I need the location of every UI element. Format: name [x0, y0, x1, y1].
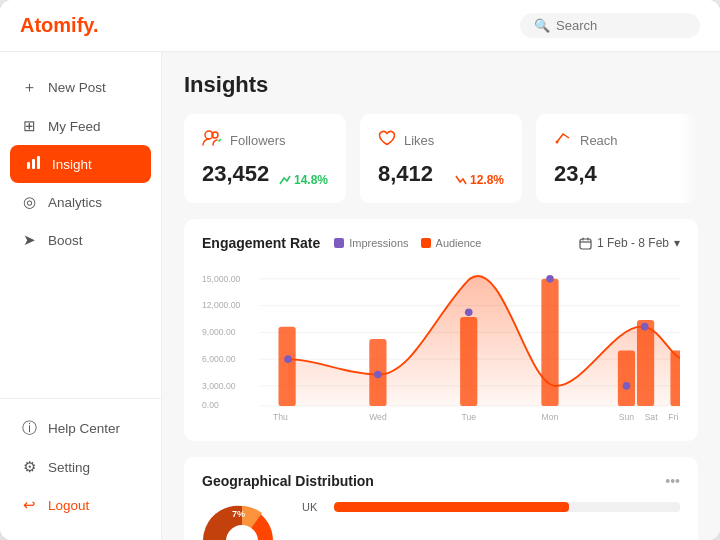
legend-dot-audience	[421, 238, 431, 248]
svg-rect-2	[37, 156, 40, 169]
geo-body: 7% 13% UK	[202, 501, 680, 540]
main-content: Insights	[162, 52, 720, 540]
sidebar-label-new-post: New Post	[48, 80, 106, 95]
new-post-icon: ＋	[20, 78, 38, 97]
chart-legend: Impressions Audience	[334, 237, 481, 249]
date-filter[interactable]: 1 Feb - 8 Feb ▾	[579, 236, 680, 250]
svg-text:3,000.00: 3,000.00	[202, 381, 236, 391]
reach-label: Reach	[580, 133, 618, 148]
page-title: Insights	[184, 72, 698, 98]
geo-more-icon[interactable]: •••	[665, 473, 680, 489]
body-layout: ＋ New Post ⊞ My Feed Insight	[0, 52, 720, 540]
sidebar-item-logout[interactable]: ↩ Logout	[0, 486, 161, 524]
svg-rect-24	[637, 320, 654, 406]
sidebar-item-help-center[interactable]: ⓘ Help Center	[0, 409, 161, 448]
reach-icon	[554, 130, 572, 151]
svg-rect-0	[27, 162, 30, 169]
svg-point-29	[546, 275, 554, 283]
svg-text:6,000.00: 6,000.00	[202, 354, 236, 364]
svg-rect-19	[278, 327, 295, 406]
followers-label: Followers	[230, 133, 286, 148]
svg-text:Sun: Sun	[619, 412, 635, 421]
svg-text:12,000.00: 12,000.00	[202, 300, 240, 310]
app-window: Atomify. 🔍 ＋ New Post ⊞ My Feed	[0, 0, 720, 540]
likes-icon	[378, 130, 396, 151]
search-bar[interactable]: 🔍	[520, 13, 700, 38]
sidebar: ＋ New Post ⊞ My Feed Insight	[0, 52, 162, 540]
bar-fill-uk	[334, 502, 569, 512]
svg-text:0.00: 0.00	[202, 400, 219, 410]
svg-point-30	[623, 382, 631, 390]
svg-text:Tue: Tue	[461, 412, 476, 421]
logo-dot: .	[93, 14, 99, 36]
stat-card-reach: Reach 23,4	[536, 114, 698, 203]
sidebar-label-logout: Logout	[48, 498, 89, 513]
svg-point-27	[374, 371, 382, 379]
sidebar-item-analytics[interactable]: ◎ Analytics	[0, 183, 161, 221]
sidebar-top: ＋ New Post ⊞ My Feed Insight	[0, 68, 161, 390]
pie-label-7: 7%	[232, 509, 245, 519]
svg-text:Wed: Wed	[369, 412, 387, 421]
help-center-icon: ⓘ	[20, 419, 38, 438]
followers-value: 23,452	[202, 161, 269, 187]
logout-icon: ↩	[20, 496, 38, 514]
search-icon: 🔍	[534, 18, 550, 33]
sidebar-item-insight[interactable]: Insight	[10, 145, 151, 183]
followers-change: 14.8%	[279, 173, 328, 187]
sidebar-item-my-feed[interactable]: ⊞ My Feed	[0, 107, 161, 145]
sidebar-label-my-feed: My Feed	[48, 119, 101, 134]
analytics-icon: ◎	[20, 193, 38, 211]
svg-rect-21	[460, 317, 477, 406]
search-input[interactable]	[556, 18, 686, 33]
svg-text:9,000.00: 9,000.00	[202, 327, 236, 337]
svg-point-5	[556, 141, 559, 144]
engagement-chart-svg: 15,000.00 12,000.00 9,000.00 6,000.00 3,…	[202, 261, 680, 421]
sidebar-label-help-center: Help Center	[48, 421, 120, 436]
svg-point-26	[284, 355, 292, 363]
chart-title: Engagement Rate	[202, 235, 320, 251]
stat-cards: Followers 23,452 14.8%	[184, 114, 698, 203]
svg-rect-25	[670, 351, 680, 406]
reach-value: 23,4	[554, 161, 597, 187]
logo: Atomify.	[20, 14, 99, 37]
geo-header: Geographical Distribution •••	[202, 473, 680, 489]
followers-icon	[202, 130, 222, 151]
sidebar-bottom: ⓘ Help Center ⚙ Setting ↩ Logout	[0, 398, 161, 524]
pie-chart: 7% 13%	[202, 501, 282, 540]
date-filter-label: 1 Feb - 8 Feb	[597, 236, 669, 250]
my-feed-icon: ⊞	[20, 117, 38, 135]
likes-change: 12.8%	[455, 173, 504, 187]
topbar: Atomify. 🔍	[0, 0, 720, 52]
svg-text:Sat: Sat	[645, 412, 659, 421]
svg-rect-22	[541, 279, 558, 406]
likes-value: 8,412	[378, 161, 433, 187]
geo-title: Geographical Distribution	[202, 473, 374, 489]
boost-icon: ➤	[20, 231, 38, 249]
svg-point-28	[465, 308, 473, 316]
sidebar-label-insight: Insight	[52, 157, 92, 172]
sidebar-label-boost: Boost	[48, 233, 83, 248]
svg-rect-1	[32, 159, 35, 169]
sidebar-item-setting[interactable]: ⚙ Setting	[0, 448, 161, 486]
bar-list: UK	[302, 501, 680, 519]
bar-track-uk	[334, 502, 680, 512]
insight-icon	[24, 155, 42, 173]
bar-row-uk: UK	[302, 501, 680, 513]
svg-text:Fri: Fri	[668, 412, 678, 421]
svg-text:15,000.00: 15,000.00	[202, 274, 240, 284]
legend-dot-impressions	[334, 238, 344, 248]
stat-card-followers: Followers 23,452 14.8%	[184, 114, 346, 203]
legend-audience: Audience	[421, 237, 482, 249]
svg-rect-6	[580, 239, 591, 249]
sidebar-label-setting: Setting	[48, 460, 90, 475]
legend-impressions: Impressions	[334, 237, 408, 249]
stat-card-likes: Likes 8,412 12.8%	[360, 114, 522, 203]
sidebar-label-analytics: Analytics	[48, 195, 102, 210]
chart-header: Engagement Rate Impressions Audience	[202, 235, 680, 251]
sidebar-item-new-post[interactable]: ＋ New Post	[0, 68, 161, 107]
svg-point-31	[641, 323, 649, 331]
sidebar-item-boost[interactable]: ➤ Boost	[0, 221, 161, 259]
logo-text: Atomify	[20, 14, 93, 36]
svg-text:Mon: Mon	[542, 412, 559, 421]
setting-icon: ⚙	[20, 458, 38, 476]
